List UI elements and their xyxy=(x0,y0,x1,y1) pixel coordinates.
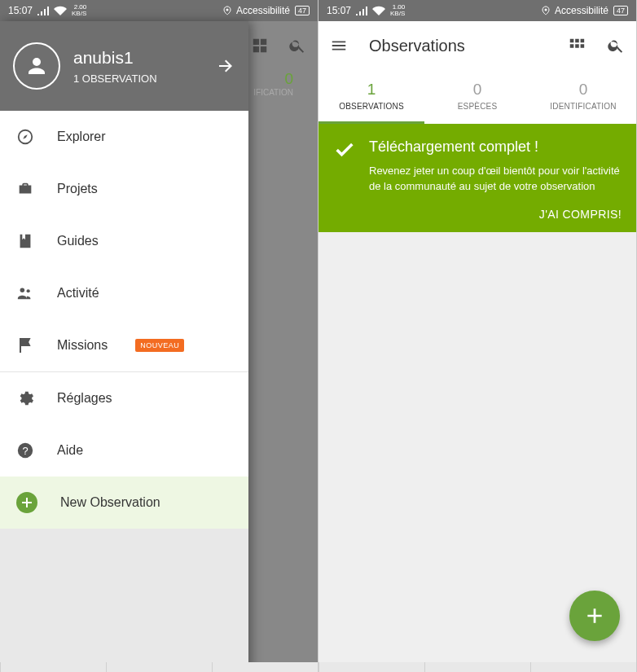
battery-icon: 47 xyxy=(613,6,628,15)
tabs: 1 OBSERVATIONS 0 ESPÈCES 0 IDENTIFICATIO… xyxy=(318,70,636,124)
status-kbs-unit: KB/S xyxy=(72,11,86,17)
arrow-right-icon[interactable] xyxy=(216,56,235,76)
nav-bar-stub xyxy=(0,662,318,672)
fab-add-observation[interactable] xyxy=(569,591,620,641)
status-kbs-unit: KB/S xyxy=(390,11,405,17)
phone-right: 15:07 1.00 KB/S Accessibilité 47 xyxy=(318,0,637,672)
search-icon[interactable] xyxy=(607,37,625,55)
page-title: Observations xyxy=(369,37,547,55)
banner-body: Revenez jeter un coup d'œil bientôt pour… xyxy=(369,164,622,195)
drawer-obs-count: 1 OBSERVATION xyxy=(73,72,203,85)
signal-icon xyxy=(37,6,49,15)
svg-point-3 xyxy=(27,289,30,292)
drawer-username: anubis1 xyxy=(73,48,203,68)
wifi-icon xyxy=(372,6,385,15)
svg-point-0 xyxy=(226,9,228,11)
tab-label: ESPÈCES xyxy=(458,102,498,111)
tab-count: 0 xyxy=(473,81,482,99)
navigation-drawer: anubis1 1 OBSERVATION Explorer Projets xyxy=(0,21,248,672)
banner-dismiss-button[interactable]: J'AI COMPRIS! xyxy=(539,208,622,221)
check-icon xyxy=(333,138,356,195)
compass-icon xyxy=(16,128,34,146)
status-bar: 15:07 2.00 KB/S Accessibilité 47 xyxy=(0,0,318,21)
sidebar-item-label: Missions xyxy=(57,338,108,353)
wifi-icon xyxy=(54,6,67,15)
upload-complete-banner: Téléchargement complet ! Revenez jeter u… xyxy=(318,124,636,232)
people-icon xyxy=(16,285,34,301)
tab-identification[interactable]: 0 IDENTIFICATION xyxy=(530,70,636,124)
status-bar: 15:07 1.00 KB/S Accessibilité 47 xyxy=(318,0,636,21)
search-icon[interactable] xyxy=(288,37,306,55)
new-badge: NOUVEAU xyxy=(135,339,184,352)
drawer-header[interactable]: anubis1 1 OBSERVATION xyxy=(0,21,248,111)
svg-point-6 xyxy=(544,9,547,11)
flag-icon xyxy=(16,336,34,354)
sidebar-item-label: Activité xyxy=(57,286,99,301)
plus-circle-icon xyxy=(16,492,37,513)
sidebar-item-activity[interactable]: Activité xyxy=(0,267,248,319)
sidebar-item-help[interactable]: ? Aide xyxy=(0,424,248,477)
signal-icon xyxy=(356,6,367,15)
sidebar-item-explorer[interactable]: Explorer xyxy=(0,111,248,163)
location-icon xyxy=(223,6,231,15)
location-icon xyxy=(542,6,550,15)
tab-count: 1 xyxy=(367,81,376,99)
status-time: 15:07 xyxy=(327,5,351,16)
battery-icon: 47 xyxy=(295,6,310,15)
sidebar-item-label: Aide xyxy=(57,443,83,458)
gear-icon xyxy=(16,389,34,407)
status-time: 15:07 xyxy=(8,5,33,16)
help-icon: ? xyxy=(16,441,34,459)
sidebar-item-label: Explorer xyxy=(57,130,106,144)
avatar xyxy=(13,42,60,90)
sidebar-item-label: Guides xyxy=(57,234,99,248)
tab-observations[interactable]: 1 OBSERVATIONS xyxy=(318,70,424,124)
sidebar-item-guides[interactable]: Guides xyxy=(0,215,248,267)
toolbar: Observations xyxy=(318,21,636,70)
briefcase-icon xyxy=(16,180,34,198)
sidebar-item-settings[interactable]: Réglages xyxy=(0,372,248,424)
tab-species[interactable]: 0 ESPÈCES xyxy=(424,70,530,124)
tab-label: OBSERVATIONS xyxy=(339,102,404,111)
banner-title: Téléchargement complet ! xyxy=(369,138,622,156)
tab-count: 0 xyxy=(579,81,588,99)
sidebar-item-projects[interactable]: Projets xyxy=(0,163,248,215)
sidebar-item-missions[interactable]: Missions NOUVEAU xyxy=(0,319,248,371)
sidebar-item-label: Réglages xyxy=(57,391,112,406)
menu-icon[interactable] xyxy=(330,37,348,55)
new-observation-button[interactable]: New Observation xyxy=(0,477,248,529)
sidebar-item-label: Projets xyxy=(57,182,98,196)
svg-point-2 xyxy=(20,288,24,293)
tab-label: IDENTIFICATION xyxy=(550,102,617,111)
book-icon xyxy=(16,232,34,250)
grid-view-icon[interactable] xyxy=(251,37,269,55)
grid-view-icon[interactable] xyxy=(568,37,586,55)
new-observation-label: New Observation xyxy=(60,495,160,510)
svg-text:?: ? xyxy=(22,445,28,457)
nav-bar-stub xyxy=(318,662,636,672)
status-accessibility: Accessibilité xyxy=(555,5,608,16)
status-accessibility: Accessibilité xyxy=(236,5,290,16)
phone-left: 15:07 2.00 KB/S Accessibilité 47 xyxy=(0,0,318,672)
